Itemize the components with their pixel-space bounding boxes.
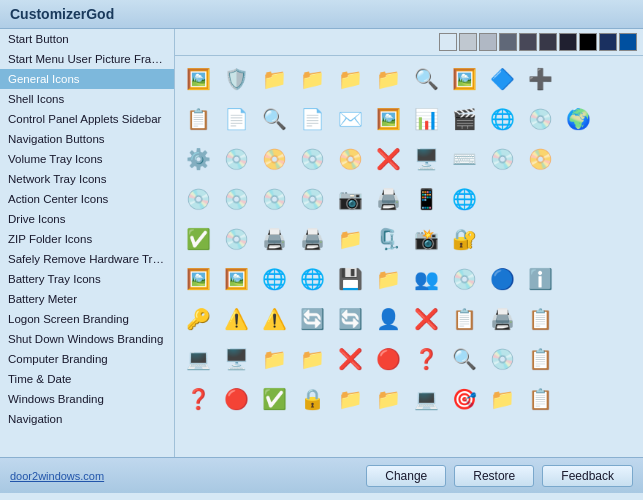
sidebar-item-start-button[interactable]: Start Button <box>0 29 174 49</box>
icon-cell-4-1[interactable]: 💿 <box>217 220 255 258</box>
icon-cell-4-0[interactable]: ✅ <box>179 220 217 258</box>
icon-cell-7-9[interactable]: 📋 <box>521 340 559 378</box>
icon-cell-7-2[interactable]: 📁 <box>255 340 293 378</box>
icon-cell-3-4[interactable]: 📷 <box>331 180 369 218</box>
color-swatch-blue[interactable] <box>619 33 637 51</box>
icon-cell-5-7[interactable]: 💿 <box>445 260 483 298</box>
icon-cell-0-1[interactable]: 🛡️ <box>217 60 255 98</box>
sidebar-item-start-menu-picture[interactable]: Start Menu User Picture Frame <box>0 49 174 69</box>
icon-cell-7-6[interactable]: ❓ <box>407 340 445 378</box>
icon-cell-2-9[interactable]: 📀 <box>521 140 559 178</box>
icon-cell-8-4[interactable]: 📁 <box>331 380 369 418</box>
icon-cell-7-4[interactable]: ❌ <box>331 340 369 378</box>
color-swatch-gray[interactable] <box>459 33 477 51</box>
sidebar-item-battery-meter[interactable]: Battery Meter <box>0 289 174 309</box>
sidebar-item-computer-branding[interactable]: Computer Branding <box>0 349 174 369</box>
icon-cell-3-6[interactable]: 📱 <box>407 180 445 218</box>
color-swatch-slate[interactable] <box>499 33 517 51</box>
color-swatch-light-blue[interactable] <box>439 33 457 51</box>
icon-cell-7-1[interactable]: 🖥️ <box>217 340 255 378</box>
change-button[interactable]: Change <box>366 465 446 487</box>
icon-cell-2-1[interactable]: 💿 <box>217 140 255 178</box>
icon-cell-5-3[interactable]: 🌐 <box>293 260 331 298</box>
color-swatch-black[interactable] <box>579 33 597 51</box>
color-swatch-dark-gray[interactable] <box>479 33 497 51</box>
sidebar-item-zip-folder[interactable]: ZIP Folder Icons <box>0 229 174 249</box>
icon-cell-6-4[interactable]: 🔄 <box>331 300 369 338</box>
icon-cell-5-2[interactable]: 🌐 <box>255 260 293 298</box>
icon-cell-7-5[interactable]: 🔴 <box>369 340 407 378</box>
icon-cell-0-3[interactable]: 📁 <box>293 60 331 98</box>
icon-cell-1-0[interactable]: 📋 <box>179 100 217 138</box>
icon-cell-8-2[interactable]: ✅ <box>255 380 293 418</box>
icon-cell-8-3[interactable]: 🔒 <box>293 380 331 418</box>
sidebar-item-navigation-buttons[interactable]: Navigation Buttons <box>0 129 174 149</box>
icon-cell-1-5[interactable]: 🖼️ <box>369 100 407 138</box>
sidebar-item-battery-tray[interactable]: Battery Tray Icons <box>0 269 174 289</box>
sidebar-item-shell-icons[interactable]: Shell Icons <box>0 89 174 109</box>
sidebar-item-logon-branding[interactable]: Logon Screen Branding <box>0 309 174 329</box>
sidebar-item-shutdown-branding[interactable]: Shut Down Windows Branding <box>0 329 174 349</box>
icon-cell-5-5[interactable]: 📁 <box>369 260 407 298</box>
icon-cell-8-6[interactable]: 💻 <box>407 380 445 418</box>
icon-cell-8-0[interactable]: ❓ <box>179 380 217 418</box>
icon-cell-6-1[interactable]: ⚠️ <box>217 300 255 338</box>
icon-cell-8-5[interactable]: 📁 <box>369 380 407 418</box>
icon-cell-6-2[interactable]: ⚠️ <box>255 300 293 338</box>
icon-cell-4-4[interactable]: 📁 <box>331 220 369 258</box>
icon-cell-2-3[interactable]: 💿 <box>293 140 331 178</box>
icon-cell-0-8[interactable]: 🔷 <box>483 60 521 98</box>
icon-cell-1-7[interactable]: 🎬 <box>445 100 483 138</box>
icon-cell-1-9[interactable]: 💿 <box>521 100 559 138</box>
icon-cell-0-4[interactable]: 📁 <box>331 60 369 98</box>
icon-cell-3-5[interactable]: 🖨️ <box>369 180 407 218</box>
icon-cell-1-1[interactable]: 📄 <box>217 100 255 138</box>
icon-cell-1-8[interactable]: 🌐 <box>483 100 521 138</box>
icon-cell-0-0[interactable]: 🖼️ <box>179 60 217 98</box>
icon-cell-7-7[interactable]: 🔍 <box>445 340 483 378</box>
icon-cell-7-3[interactable]: 📁 <box>293 340 331 378</box>
icon-cell-5-6[interactable]: 👥 <box>407 260 445 298</box>
sidebar-item-volume-tray[interactable]: Volume Tray Icons <box>0 149 174 169</box>
icon-cell-1-6[interactable]: 📊 <box>407 100 445 138</box>
icon-cell-8-7[interactable]: 🎯 <box>445 380 483 418</box>
icon-cell-1-3[interactable]: 📄 <box>293 100 331 138</box>
icon-cell-5-4[interactable]: 💾 <box>331 260 369 298</box>
icon-cell-3-0[interactable]: 💿 <box>179 180 217 218</box>
icon-cell-4-7[interactable]: 🔐 <box>445 220 483 258</box>
icon-cell-0-2[interactable]: 📁 <box>255 60 293 98</box>
icon-cell-7-0[interactable]: 💻 <box>179 340 217 378</box>
icon-cell-0-7[interactable]: 🖼️ <box>445 60 483 98</box>
icon-cell-8-1[interactable]: 🔴 <box>217 380 255 418</box>
color-swatch-darker-slate[interactable] <box>539 33 557 51</box>
icon-cell-5-9[interactable]: ℹ️ <box>521 260 559 298</box>
icon-cell-4-6[interactable]: 📸 <box>407 220 445 258</box>
icon-cell-2-5[interactable]: ❌ <box>369 140 407 178</box>
icon-cell-6-5[interactable]: 👤 <box>369 300 407 338</box>
sidebar-item-general-icons[interactable]: General Icons <box>0 69 174 89</box>
icon-cell-8-8[interactable]: 📁 <box>483 380 521 418</box>
icon-cell-3-1[interactable]: 💿 <box>217 180 255 218</box>
icon-cell-0-5[interactable]: 📁 <box>369 60 407 98</box>
icon-cell-4-3[interactable]: 🖨️ <box>293 220 331 258</box>
icon-cell-0-9[interactable]: ➕ <box>521 60 559 98</box>
sidebar-item-navigation[interactable]: Navigation <box>0 409 174 429</box>
icon-cell-6-7[interactable]: 📋 <box>445 300 483 338</box>
icon-cell-3-7[interactable]: 🌐 <box>445 180 483 218</box>
icon-cell-8-9[interactable]: 📋 <box>521 380 559 418</box>
icon-cell-6-3[interactable]: 🔄 <box>293 300 331 338</box>
icon-cell-6-8[interactable]: 🖨️ <box>483 300 521 338</box>
icon-cell-3-3[interactable]: 💿 <box>293 180 331 218</box>
icon-cell-4-5[interactable]: 🗜️ <box>369 220 407 258</box>
icon-cell-7-8[interactable]: 💿 <box>483 340 521 378</box>
icon-cell-2-2[interactable]: 📀 <box>255 140 293 178</box>
icon-cell-6-6[interactable]: ❌ <box>407 300 445 338</box>
sidebar-item-drive-icons[interactable]: Drive Icons <box>0 209 174 229</box>
sidebar-item-network-tray[interactable]: Network Tray Icons <box>0 169 174 189</box>
color-swatch-dark-blue[interactable] <box>599 33 617 51</box>
icon-cell-5-8[interactable]: 🔵 <box>483 260 521 298</box>
icon-cell-6-0[interactable]: 🔑 <box>179 300 217 338</box>
icon-cell-2-0[interactable]: ⚙️ <box>179 140 217 178</box>
icon-cell-6-9[interactable]: 📋 <box>521 300 559 338</box>
color-swatch-near-black[interactable] <box>559 33 577 51</box>
